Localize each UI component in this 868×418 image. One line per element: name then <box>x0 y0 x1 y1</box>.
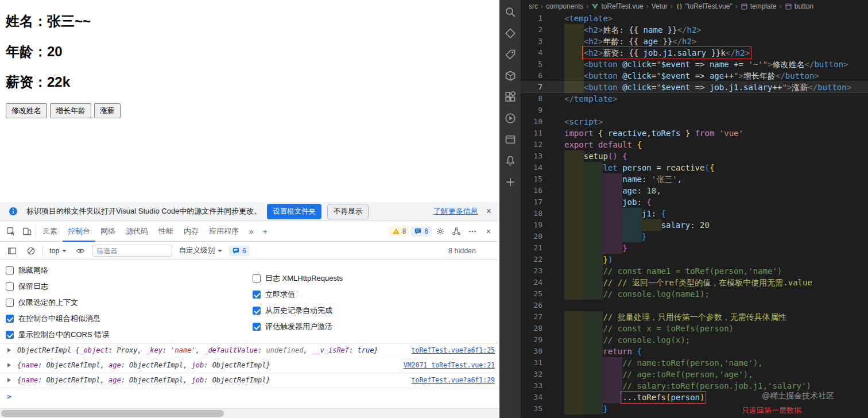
horizontal-scrollbar[interactable] <box>0 408 499 418</box>
checkbox-checked-icon[interactable] <box>253 291 261 299</box>
source-link[interactable]: toRefTest.vue?a6f1:25 <box>412 346 495 355</box>
page-button[interactable]: 修改姓名 <box>6 103 47 118</box>
learn-more-link[interactable]: 了解更多信息 <box>433 206 478 216</box>
add-icon[interactable] <box>503 175 517 188</box>
checkbox-unchecked-icon[interactable] <box>6 299 14 307</box>
page-button[interactable]: 涨薪 <box>94 103 121 118</box>
console-message-row[interactable]: {name: ObjectRefImpl, age: ObjectRefImpl… <box>0 373 499 388</box>
code-line[interactable]: 23 // const name1 = toRef(person,'name') <box>521 265 868 277</box>
devtools-tab[interactable]: 网络 <box>95 221 121 242</box>
code-line[interactable]: 24 // // 返回一个ref类型的值，在模板中使用无需.value <box>521 277 868 288</box>
code-line[interactable]: 15 name: '张三', <box>521 173 868 185</box>
source-link[interactable]: toRefTest.vue?a6f1:29 <box>412 376 495 385</box>
code-line[interactable]: 13 setup() { <box>521 150 868 162</box>
checkbox-checked-icon[interactable] <box>6 331 14 339</box>
breadcrumb-item[interactable]: components <box>546 2 583 10</box>
code-line[interactable]: 25 // console.log(name1); <box>521 288 868 300</box>
devtools-close-icon[interactable]: × <box>481 224 496 239</box>
disclosure-triangle-icon[interactable] <box>7 348 11 353</box>
settings-gear-icon[interactable] <box>433 224 448 239</box>
breadcrumb-item[interactable]: toRefTest.vue <box>591 2 643 10</box>
console-message-row[interactable]: ObjectRefImpl {_object: Proxy, _key: 'na… <box>0 343 499 358</box>
console-prompt-row[interactable]: > <box>0 388 499 408</box>
console-sidebar-icon[interactable] <box>5 243 20 258</box>
more-tabs-button[interactable]: » <box>245 227 258 236</box>
devtools-tab[interactable]: 性能 <box>153 221 179 242</box>
settings-checkbox[interactable]: 立即求值 <box>253 289 343 300</box>
code-line[interactable]: 10<script> <box>521 116 868 127</box>
code-line[interactable]: 18 j1: { <box>521 208 868 219</box>
code-line[interactable]: 19 salary: 20 <box>521 219 868 231</box>
checkbox-unchecked-icon[interactable] <box>6 282 14 291</box>
issues-badge[interactable]: 6 <box>410 226 432 237</box>
tag-icon[interactable] <box>503 48 517 61</box>
console-settings-gear-icon[interactable] <box>480 243 495 258</box>
code-line[interactable]: 14 let person = reactive({ <box>521 162 868 173</box>
scrollbar-thumb[interactable] <box>1 410 224 417</box>
live-expression-eye-icon[interactable] <box>73 243 88 258</box>
code-line[interactable]: 8</template> <box>521 93 868 104</box>
code-line[interactable]: 6 <button @click="$event => age++">增长年龄<… <box>521 70 868 82</box>
code-line[interactable]: 31 // name:toRef(person,'name'), <box>521 357 868 369</box>
code-line[interactable]: 29 // console.log(x); <box>521 334 868 346</box>
settings-checkbox[interactable]: 隐藏网络 <box>6 265 253 276</box>
checkbox-checked-icon[interactable] <box>253 323 261 331</box>
dont-show-again-button[interactable]: 不再显示 <box>327 204 369 219</box>
code-line[interactable]: 32 // age:toRef(person,'age'), <box>521 369 868 380</box>
devtools-tab[interactable]: 元素 <box>37 221 63 242</box>
settings-checkbox[interactable]: 从历史记录自动完成 <box>253 305 343 316</box>
checkbox-checked-icon[interactable] <box>253 307 261 315</box>
checkbox-unchecked-icon[interactable] <box>253 274 261 282</box>
breadcrumb-item[interactable]: Vetur <box>652 2 668 10</box>
code-line[interactable]: 16 age: 18, <box>521 185 868 196</box>
search-icon[interactable] <box>503 5 517 18</box>
filter-input[interactable] <box>92 245 172 257</box>
context-selector[interactable]: top <box>47 246 69 256</box>
add-tab-button[interactable]: + <box>259 227 272 236</box>
settings-checkbox[interactable]: 日志 XMLHttpRequests <box>253 273 343 284</box>
settings-checkbox[interactable]: 在控制台中组合相似消息 <box>6 314 253 324</box>
settings-checkbox[interactable]: 评估触发器用户激活 <box>253 322 343 332</box>
code-line[interactable]: 27 // 批量处理，只用传第一个参数，无需传具体属性 <box>521 311 868 323</box>
code-line[interactable]: 28 // const x = toRefs(person) <box>521 323 868 334</box>
code-line[interactable]: 17 job: { <box>521 196 868 208</box>
log-levels-selector[interactable]: 自定义级别 <box>176 245 224 257</box>
console-message-row[interactable]: {name: ObjectRefImpl, age: ObjectRefImpl… <box>0 358 499 373</box>
code-line[interactable]: 9 <box>521 104 868 116</box>
settings-checkbox[interactable]: 仅限选定的上下文 <box>6 297 253 308</box>
inspect-element-icon[interactable] <box>3 224 18 239</box>
breadcrumb-item[interactable]: button <box>785 2 813 10</box>
diamond-icon[interactable] <box>503 26 517 40</box>
run-icon[interactable] <box>503 111 517 125</box>
code-line[interactable]: 5 <button @click="$event => name += '~'"… <box>521 59 868 70</box>
infobar-close-icon[interactable]: × <box>484 206 494 216</box>
code-line[interactable]: 4 <h2>薪资: {{ job.j1.salary }}k</h2> <box>521 47 868 59</box>
extensions-icon[interactable] <box>503 90 517 103</box>
set-root-folder-button[interactable]: 设置根文件夹 <box>267 204 321 219</box>
package-icon[interactable] <box>503 69 517 82</box>
checkbox-checked-icon[interactable] <box>6 315 14 323</box>
code-line[interactable]: 11import { reactive,toRefs } from 'vue' <box>521 127 868 139</box>
devtools-tab[interactable]: 控制台 <box>63 221 95 242</box>
settings-checkbox[interactable]: 保留日志 <box>6 281 253 292</box>
code-line[interactable]: 33 // salary:toRef(person.job.j1,'salary… <box>521 380 868 392</box>
warnings-badge[interactable]: 8 <box>389 226 410 237</box>
code-line[interactable]: 1<template> <box>521 13 868 24</box>
toolbar-issues-badge[interactable]: 6 <box>228 246 250 256</box>
code-line[interactable]: 26 <box>521 300 868 311</box>
code-line[interactable]: 30 return { <box>521 346 868 357</box>
code-line[interactable]: 22 }) <box>521 254 868 265</box>
code-line[interactable]: 3 <h2>年龄: {{ age }}</h2> <box>521 36 868 47</box>
code-line[interactable]: 21 } <box>521 242 868 254</box>
checkbox-unchecked-icon[interactable] <box>6 266 14 274</box>
more-options-icon[interactable] <box>465 224 480 239</box>
clear-console-icon[interactable] <box>24 243 38 258</box>
page-button[interactable]: 增长年龄 <box>50 103 91 118</box>
devtools-tab[interactable]: 应用程序 <box>204 221 244 242</box>
extension-nodes-icon[interactable] <box>449 224 464 239</box>
window-icon[interactable] <box>503 133 517 146</box>
code-line[interactable]: 35 } <box>521 403 868 415</box>
settings-checkbox[interactable]: 显示控制台中的CORS 错误 <box>6 330 253 340</box>
disclosure-triangle-icon[interactable] <box>7 363 11 367</box>
breadcrumb-item[interactable]: "toRefTest.vue" <box>676 2 733 10</box>
